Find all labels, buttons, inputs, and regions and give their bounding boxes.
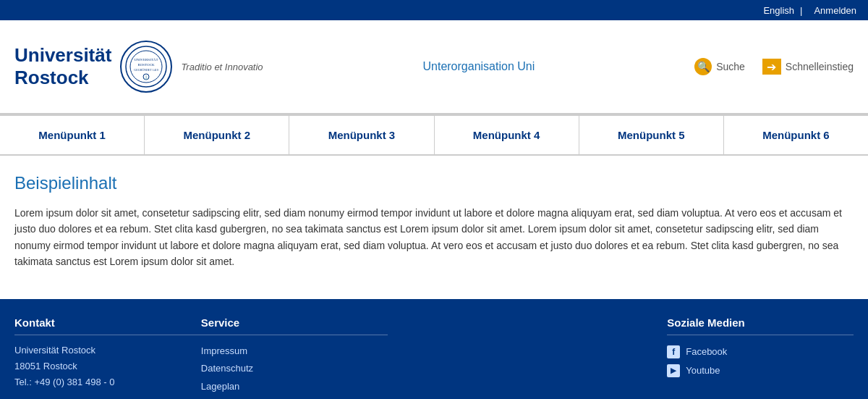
university-name: Universität Rostock bbox=[14, 44, 111, 89]
social-heading: Soziale Medien bbox=[667, 316, 854, 335]
login-link[interactable]: Anmelden bbox=[814, 5, 856, 16]
language-link[interactable]: English bbox=[763, 5, 794, 16]
footer-service: Service Impressum Datenschutz Lageplan bbox=[201, 316, 388, 396]
youtube-link[interactable]: ▶ Youtube bbox=[667, 361, 854, 380]
svg-text:ROSTOCK: ROSTOCK bbox=[138, 63, 156, 67]
datenschutz-link[interactable]: Datenschutz bbox=[201, 360, 388, 378]
logo-area: Universität Rostock UNIVERSITÄT ROSTOCK … bbox=[14, 41, 263, 93]
youtube-label: Youtube bbox=[686, 361, 720, 380]
nav-item-6[interactable]: Menüpunkt 6 bbox=[724, 116, 868, 154]
facebook-label: Facebook bbox=[686, 343, 727, 361]
university-seal: UNIVERSITÄT ROSTOCK GEGRÜNDET 1419 ⚓ bbox=[120, 41, 172, 93]
youtube-icon: ▶ bbox=[667, 364, 680, 377]
kontakt-line1: Universität Rostock bbox=[14, 343, 201, 358]
unterorg-link[interactable]: Unterorganisation Uni bbox=[422, 60, 535, 73]
search-button[interactable]: 🔍 Suche bbox=[694, 58, 745, 75]
page-title: Beispielinhalt bbox=[14, 173, 854, 193]
footer: Kontakt Universität Rostock 18051 Rostoc… bbox=[0, 299, 868, 399]
schnelleinstieg-label: Schnelleinstieg bbox=[786, 61, 854, 72]
nav-item-2[interactable]: Menüpunkt 2 bbox=[145, 116, 289, 154]
header-right: 🔍 Suche ➔ Schnelleinstieg bbox=[694, 58, 854, 75]
body-text: Lorem ipsum dolor sit amet, consetetur s… bbox=[14, 205, 854, 270]
nav-item-4[interactable]: Menüpunkt 4 bbox=[435, 116, 579, 154]
search-label: Suche bbox=[716, 61, 745, 72]
svg-point-0 bbox=[126, 46, 166, 87]
nav-item-3[interactable]: Menüpunkt 3 bbox=[289, 116, 434, 154]
impressum-link[interactable]: Impressum bbox=[201, 343, 388, 361]
header: Universität Rostock UNIVERSITÄT ROSTOCK … bbox=[0, 20, 868, 114]
facebook-link[interactable]: f Facebook bbox=[667, 343, 854, 361]
kontakt-heading: Kontakt bbox=[14, 316, 201, 335]
header-center: Unterorganisation Uni bbox=[263, 60, 695, 73]
tagline: Traditio et Innovatio bbox=[181, 62, 263, 72]
nav-item-5[interactable]: Menüpunkt 5 bbox=[579, 116, 724, 154]
svg-text:GEGRÜNDET 1419: GEGRÜNDET 1419 bbox=[135, 68, 158, 72]
footer-top: Kontakt Universität Rostock 18051 Rostoc… bbox=[14, 316, 854, 399]
kontakt-line2: 18051 Rostock bbox=[14, 358, 201, 374]
search-icon: 🔍 bbox=[694, 58, 712, 75]
schnelleinstieg-button[interactable]: ➔ Schnelleinstieg bbox=[762, 59, 854, 75]
svg-text:UNIVERSITÄT: UNIVERSITÄT bbox=[135, 58, 158, 62]
separator: | bbox=[800, 5, 802, 16]
schnelleinstieg-icon: ➔ bbox=[762, 59, 781, 75]
facebook-icon: f bbox=[667, 345, 680, 358]
nav-item-1[interactable]: Menüpunkt 1 bbox=[0, 116, 145, 154]
main-nav: Menüpunkt 1 Menüpunkt 2 Menüpunkt 3 Menü… bbox=[0, 114, 868, 156]
service-heading: Service bbox=[201, 316, 388, 335]
footer-social: Soziale Medien f Facebook ▶ Youtube bbox=[667, 316, 854, 396]
footer-spacer bbox=[388, 316, 668, 396]
lageplan-link[interactable]: Lageplan bbox=[201, 378, 388, 396]
footer-kontakt: Kontakt Universität Rostock 18051 Rostoc… bbox=[14, 316, 201, 396]
kontakt-line3: Tel.: +49 (0) 381 498 - 0 bbox=[14, 374, 201, 390]
main-content: Beispielinhalt Lorem ipsum dolor sit ame… bbox=[0, 156, 868, 299]
svg-text:⚓: ⚓ bbox=[144, 75, 149, 80]
top-bar: English | Anmelden bbox=[0, 0, 868, 20]
